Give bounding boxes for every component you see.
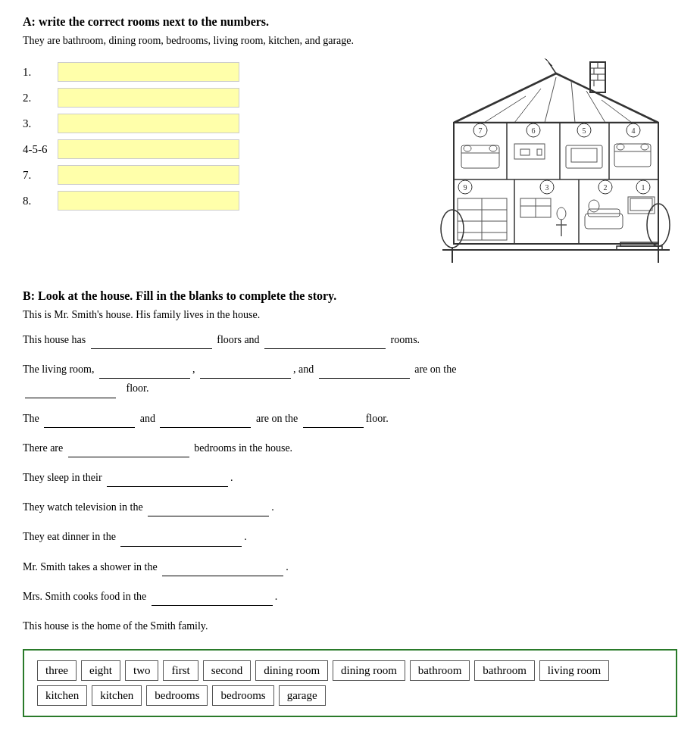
word-chip-first[interactable]: first bbox=[163, 660, 198, 681]
svg-text:7: 7 bbox=[479, 126, 483, 135]
input-row-3: 3. bbox=[23, 114, 420, 133]
word-chip-kitchen-1[interactable]: kitchen bbox=[37, 685, 87, 706]
blank-which-floor2[interactable] bbox=[303, 414, 364, 428]
story-line-7: They eat dinner in the . bbox=[23, 527, 677, 546]
label-2: 2. bbox=[23, 92, 53, 105]
answer-input-7[interactable] bbox=[58, 165, 239, 185]
blank-bedrooms-count[interactable] bbox=[68, 444, 189, 457]
story-line-8: Mr. Smith takes a shower in the . bbox=[23, 557, 677, 576]
house-svg: 7 6 5 4 bbox=[439, 55, 673, 274]
story-line-2: The living room, , , and are on the floo… bbox=[23, 360, 677, 398]
story-line-9: Mrs. Smith cooks food in the . bbox=[23, 587, 677, 606]
label-3: 3. bbox=[23, 117, 53, 130]
section-b-title: B: Look at the house. Fill in the blanks… bbox=[23, 289, 677, 303]
input-row-1: 1. bbox=[23, 62, 420, 82]
blank-floors[interactable] bbox=[91, 335, 212, 349]
input-row-2: 2. bbox=[23, 88, 420, 108]
section-a-title: A: write the correct rooms next to the n… bbox=[23, 15, 677, 29]
label-1: 1. bbox=[23, 66, 53, 79]
blank-room2[interactable] bbox=[99, 365, 190, 379]
svg-text:1: 1 bbox=[642, 183, 645, 192]
word-chip-second[interactable]: second bbox=[203, 660, 252, 681]
svg-rect-16 bbox=[454, 123, 658, 244]
word-chip-two[interactable]: two bbox=[125, 660, 159, 681]
blank-the-room1[interactable] bbox=[44, 414, 135, 428]
input-row-8: 8. bbox=[23, 191, 420, 211]
story-line-3: The and are on the floor. bbox=[23, 409, 677, 428]
story-line-6: They watch television in the . bbox=[23, 498, 677, 516]
input-row-7: 7. bbox=[23, 165, 420, 185]
word-chip-bathroom-1[interactable]: bathroom bbox=[410, 660, 470, 681]
word-chip-dining-room-1[interactable]: dining room bbox=[255, 660, 328, 681]
word-bank: three eight two first second dining room… bbox=[23, 649, 677, 717]
house-illustration: 7 6 5 4 bbox=[435, 55, 677, 274]
word-chip-dining-room-2[interactable]: dining room bbox=[333, 660, 405, 681]
svg-text:9: 9 bbox=[464, 183, 467, 192]
label-456: 4-5-6 bbox=[23, 143, 53, 156]
blank-cook[interactable] bbox=[152, 592, 273, 606]
inputs-column: 1. 2. 3. 4-5-6 7. 8. bbox=[23, 55, 420, 274]
word-chip-eight[interactable]: eight bbox=[81, 660, 120, 681]
word-chip-garage[interactable]: garage bbox=[279, 685, 326, 706]
blank-room3[interactable] bbox=[200, 365, 291, 379]
svg-text:6: 6 bbox=[532, 126, 536, 135]
answer-input-2[interactable] bbox=[58, 88, 239, 108]
blank-floor-which[interactable] bbox=[25, 385, 116, 398]
blank-shower[interactable] bbox=[162, 563, 283, 576]
blank-rooms[interactable] bbox=[264, 335, 386, 349]
word-chip-three[interactable]: three bbox=[37, 660, 77, 681]
svg-text:4: 4 bbox=[632, 126, 636, 135]
answer-input-1[interactable] bbox=[58, 62, 239, 82]
word-chip-bedrooms-2[interactable]: bedrooms bbox=[212, 685, 273, 706]
word-chip-kitchen-2[interactable]: kitchen bbox=[92, 685, 142, 706]
blank-the-room2[interactable] bbox=[160, 414, 251, 428]
story-line-4: There are bedrooms in the house. bbox=[23, 438, 677, 457]
answer-input-456[interactable] bbox=[58, 139, 239, 159]
blank-dinner[interactable] bbox=[120, 533, 242, 547]
input-row-456: 4-5-6 bbox=[23, 139, 420, 159]
svg-text:5: 5 bbox=[583, 126, 586, 135]
blank-room4[interactable] bbox=[319, 365, 410, 379]
blank-sleep[interactable] bbox=[107, 473, 228, 487]
story-line-10: This house is the home of the Smith fami… bbox=[23, 616, 677, 635]
svg-text:3: 3 bbox=[545, 183, 549, 192]
word-chip-living-room[interactable]: living room bbox=[539, 660, 609, 681]
story-intro: This is Mr. Smith's house. His family li… bbox=[23, 309, 677, 321]
blank-tv[interactable] bbox=[148, 503, 269, 516]
label-7: 7. bbox=[23, 169, 53, 182]
label-8: 8. bbox=[23, 195, 53, 208]
section-a-instruction: They are bathroom, dining room, bedrooms… bbox=[23, 35, 677, 47]
story-line-5: They sleep in their . bbox=[23, 468, 677, 487]
answer-input-8[interactable] bbox=[58, 191, 239, 211]
section-a-content: 1. 2. 3. 4-5-6 7. 8. bbox=[23, 55, 677, 274]
story-line-1: This house has floors and rooms. bbox=[23, 330, 677, 349]
answer-input-3[interactable] bbox=[58, 114, 239, 133]
svg-text:2: 2 bbox=[604, 183, 608, 192]
word-chip-bedrooms-1[interactable]: bedrooms bbox=[146, 685, 208, 706]
word-chip-bathroom-2[interactable]: bathroom bbox=[474, 660, 535, 681]
